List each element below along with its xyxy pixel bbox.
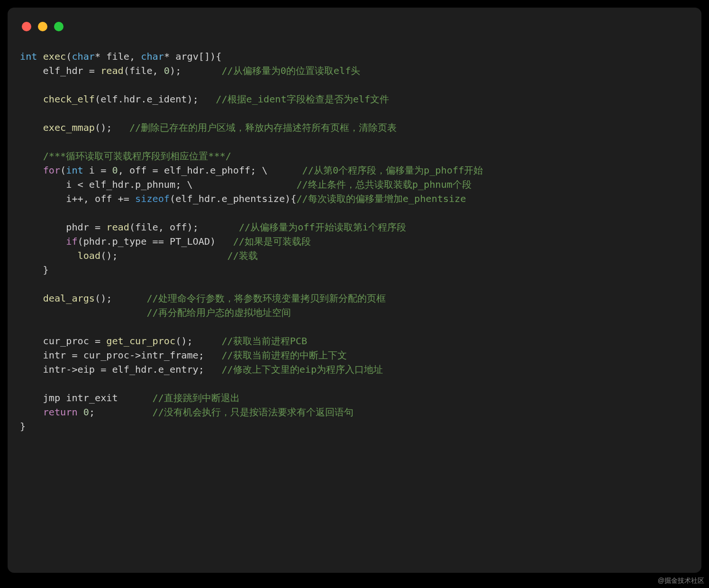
code-text: intr = cur_proc->intr_frame;	[20, 349, 221, 361]
comment: //处理命令行参数，将参数环境变量拷贝到新分配的页框	[146, 293, 385, 304]
fn-deal-args: deal_args	[43, 293, 95, 304]
zoom-icon[interactable]	[54, 22, 64, 31]
comment: //如果是可装载段	[233, 236, 311, 247]
code-block: int exec(char* file, char* argv[]){ elf_…	[20, 49, 483, 433]
kw-char2: char	[141, 51, 164, 62]
sp	[37, 51, 43, 62]
brace: }	[20, 264, 49, 276]
code-text: , off = elf_hdr.e_phoff; \	[118, 165, 302, 176]
fn-exec-mmap: exec_mmap	[43, 122, 95, 133]
fn-get-cur-proc: get_cur_proc	[106, 335, 175, 347]
fn-read: read	[106, 221, 129, 233]
code-text: jmp intr_exit	[20, 392, 153, 404]
paren: (	[66, 51, 72, 62]
kw-int: int	[66, 165, 83, 176]
code-text: cur_proc =	[20, 335, 106, 347]
comment-block: /***循环读取可装载程序段到相应位置***/	[43, 150, 231, 162]
close-icon[interactable]	[22, 22, 31, 31]
indent	[20, 250, 78, 261]
num-0: 0	[164, 65, 170, 76]
code-text: elf_hdr =	[20, 65, 100, 76]
code-window: int exec(char* file, char* argv[]){ elf_…	[8, 8, 701, 573]
fn-exec: exec	[43, 51, 66, 62]
kw-return: return	[43, 406, 78, 418]
param2: * argv[]){	[164, 51, 222, 62]
paren: (	[60, 165, 66, 176]
comment: //从偏移量为off开始读取第i个程序段	[239, 221, 406, 233]
num-0: 0	[112, 165, 118, 176]
num-0: 0	[83, 406, 89, 418]
comment: //从偏移量为0的位置读取elf头	[221, 65, 360, 76]
watermark: @掘金技术社区	[658, 577, 704, 585]
code-text: i =	[83, 165, 112, 176]
indent	[20, 93, 43, 105]
kw-sizeof: sizeof	[135, 193, 170, 204]
comment: //每次读取的偏移量增加e_phentsize	[296, 193, 466, 204]
indent	[20, 406, 43, 418]
param: * file,	[95, 51, 141, 62]
code-text: i++, off +=	[20, 193, 135, 204]
window-traffic-lights	[22, 22, 64, 31]
code-text: intr->eip = elf_hdr.e_entry;	[20, 364, 221, 375]
brace: }	[20, 421, 26, 432]
comment: //没有机会执行，只是按语法要求有个返回语句	[153, 406, 354, 418]
code-text: (elf_hdr.e_phentsize){	[170, 193, 296, 204]
comment: //修改上下文里的eip为程序入口地址	[221, 364, 383, 375]
indent	[20, 236, 66, 247]
kw-for: for	[43, 165, 60, 176]
indent	[20, 122, 43, 133]
indent	[20, 165, 43, 176]
punct: ();	[175, 335, 221, 347]
kw-if: if	[66, 236, 77, 247]
indent	[20, 150, 43, 162]
punct: ();	[100, 250, 227, 261]
kw-char: char	[72, 51, 95, 62]
fn-check-elf: check_elf	[43, 93, 95, 105]
kw-int: int	[20, 51, 37, 62]
args: (file,	[124, 65, 164, 76]
comment: //删除已存在的用户区域，释放内存描述符所有页框，清除页表	[129, 122, 397, 133]
comment: //终止条件，总共读取装载p_phnum个段	[296, 179, 477, 190]
args: (file, off);	[129, 221, 239, 233]
fn-read: read	[100, 65, 124, 76]
indent	[20, 307, 146, 318]
indent	[20, 293, 43, 304]
code-text: (phdr.p_type == PT_LOAD)	[78, 236, 233, 247]
punct: ();	[95, 122, 129, 133]
args: (elf.hdr.e_ident);	[95, 93, 216, 105]
punct: );	[170, 65, 221, 76]
comment: //获取当前进程PCB	[221, 335, 307, 347]
code-text: i < elf_hdr.p_phnum; \	[20, 179, 296, 190]
punct: ();	[95, 293, 146, 304]
comment: //直接跳到中断退出	[153, 392, 240, 404]
code-text: phdr =	[20, 221, 106, 233]
fn-load: load	[78, 250, 101, 261]
punct: ;	[89, 406, 153, 418]
comment: //再分配给用户态的虚拟地址空间	[146, 307, 291, 318]
comment: //根据e_ident字段检查是否为elf文件	[216, 93, 389, 105]
comment: //装载	[227, 250, 258, 261]
minimize-icon[interactable]	[38, 22, 47, 31]
sp	[78, 406, 83, 418]
comment: //获取当前进程的中断上下文	[221, 349, 346, 361]
comment: //从第0个程序段，偏移量为p_phoff开始	[302, 165, 483, 176]
